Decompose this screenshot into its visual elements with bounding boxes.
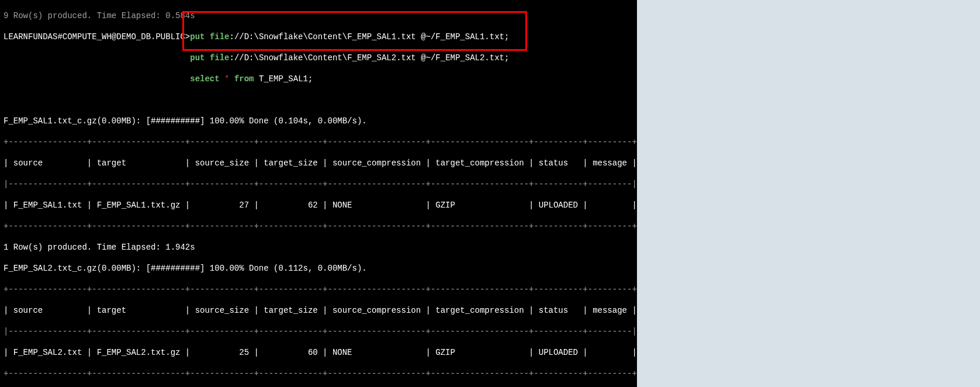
put-keyword: put xyxy=(190,53,205,63)
select-line: select * from T_EMP_SAL1; xyxy=(0,74,637,84)
put-line-2: put file://D:\Snowflake\Content\F_EMP_SA… xyxy=(0,53,637,63)
upload-table-header: | source | target | source_size | target… xyxy=(0,305,637,316)
put-path-1: ://D:\Snowflake\Content\F_EMP_SAL1.txt @… xyxy=(230,32,510,42)
upload-table-border: |----------------+-------------------+--… xyxy=(0,179,637,189)
terminal-window[interactable]: 9 Row(s) produced. Time Elapsed: 0.584s … xyxy=(0,0,637,387)
upload1-progress: F_EMP_SAL1.txt_c.gz(0.00MB): [##########… xyxy=(0,116,637,126)
upload-table-border: +----------------+-------------------+--… xyxy=(0,368,637,379)
upload1-row: | F_EMP_SAL1.txt | F_EMP_SAL1.txt.gz | 2… xyxy=(0,200,637,210)
upload2-progress: F_EMP_SAL2.txt_c.gz(0.00MB): [##########… xyxy=(0,263,637,274)
file-keyword: file xyxy=(210,53,230,63)
select-keyword: select xyxy=(190,74,219,84)
upload2-row: | F_EMP_SAL2.txt | F_EMP_SAL2.txt.gz | 2… xyxy=(0,347,637,358)
upload-table-border: +----------------+-------------------+--… xyxy=(0,221,637,231)
put-keyword: put xyxy=(190,32,205,42)
file-keyword: file xyxy=(210,32,230,42)
shell-prompt: LEARNFUNDAS#COMPUTE_WH@DEMO_DB.PUBLIC> xyxy=(4,32,190,42)
star-operator: * xyxy=(220,74,234,84)
upload1-elapsed: 1 Row(s) produced. Time Elapsed: 1.942s xyxy=(0,242,637,253)
upload-table-border: +----------------+-------------------+--… xyxy=(0,284,637,295)
prompt-line-1: LEARNFUNDAS#COMPUTE_WH@DEMO_DB.PUBLIC>pu… xyxy=(0,32,637,42)
from-keyword: from xyxy=(234,74,254,84)
select-table: T_EMP_SAL1; xyxy=(254,74,313,84)
upload-table-border: +----------------+-------------------+--… xyxy=(0,137,637,147)
put-path-2: ://D:\Snowflake\Content\F_EMP_SAL2.txt @… xyxy=(230,53,510,63)
upload-table-border: |----------------+-------------------+--… xyxy=(0,326,637,337)
upload-table-header: | source | target | source_size | target… xyxy=(0,158,637,168)
truncated-top-line: 9 Row(s) produced. Time Elapsed: 0.584s xyxy=(0,11,637,21)
